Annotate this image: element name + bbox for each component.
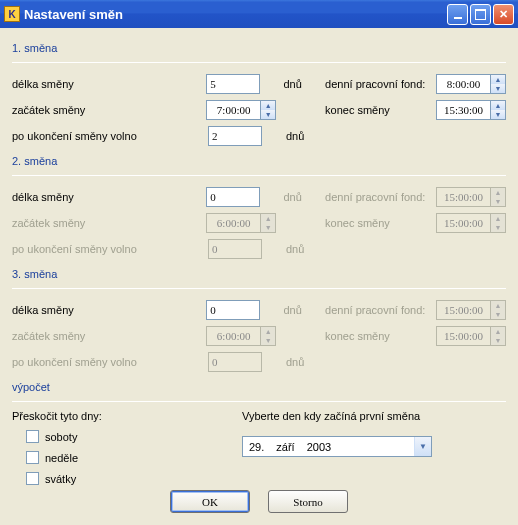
section-title-shift2: 2. směna: [12, 155, 506, 167]
unit-days: dnů: [286, 243, 328, 255]
unit-days: dnů: [286, 130, 328, 142]
label-shift-end: konec směny: [325, 217, 436, 229]
skip-days-label: Přeskočit tyto dny:: [12, 410, 222, 422]
checkbox-row-holidays[interactable]: svátky: [26, 472, 222, 485]
label-shift-length: délka směny: [12, 191, 206, 203]
maximize-button[interactable]: [470, 4, 491, 25]
label-daily-fund: denní pracovní fond:: [325, 78, 436, 90]
section-title-shift1: 1. směna: [12, 42, 506, 54]
chevron-down-icon[interactable]: [414, 437, 431, 456]
checkbox-saturdays[interactable]: [26, 430, 39, 443]
section-title-shift3: 3. směna: [12, 268, 506, 280]
shift1-off-input[interactable]: [208, 126, 262, 146]
label-shift-start: začátek směny: [12, 330, 206, 342]
spin-down-icon[interactable]: [491, 84, 505, 93]
shift2-start-spinner: [206, 213, 276, 233]
spin-up-icon: [491, 301, 505, 310]
spin-down-icon: [491, 223, 505, 232]
label-shift-start: začátek směny: [12, 104, 206, 116]
shift1-end-input[interactable]: [436, 100, 490, 120]
checkbox-sundays[interactable]: [26, 451, 39, 464]
label-after-off: po ukončení směny volno: [12, 130, 208, 142]
checkbox-holidays[interactable]: [26, 472, 39, 485]
shift1-start-input[interactable]: [206, 100, 260, 120]
date-month: září: [270, 441, 300, 453]
label-after-off: po ukončení směny volno: [12, 356, 208, 368]
shift3-fund-spinner: [436, 300, 506, 320]
spin-up-icon: [491, 214, 505, 223]
shift3-length-input[interactable]: [206, 300, 260, 320]
spin-up-icon: [261, 327, 275, 336]
spin-down-icon: [261, 336, 275, 345]
shift3-fund-input: [436, 300, 490, 320]
titlebar-buttons: [447, 4, 514, 25]
calc-left-column: Přeskočit tyto dny: soboty neděle svátky: [12, 410, 222, 493]
date-day: 29.: [243, 441, 270, 453]
spin-up-icon[interactable]: [491, 75, 505, 84]
spin-up-icon[interactable]: [491, 101, 505, 110]
cancel-button[interactable]: Storno: [268, 490, 348, 513]
shift2-end-input: [436, 213, 490, 233]
checkbox-label-holidays: svátky: [45, 473, 76, 485]
shift2-length-input[interactable]: [206, 187, 260, 207]
calc-right-column: Vyberte den kdy začíná první směna 29. z…: [242, 410, 506, 493]
close-button[interactable]: [493, 4, 514, 25]
shift2-fund-spinner: [436, 187, 506, 207]
label-shift-end: konec směny: [325, 104, 436, 116]
window-title: Nastavení směn: [24, 7, 447, 22]
ok-button[interactable]: OK: [170, 490, 250, 513]
checkbox-label-sundays: neděle: [45, 452, 78, 464]
spin-up-icon: [491, 327, 505, 336]
start-date-combo[interactable]: 29. září 2003: [242, 436, 432, 457]
shift2-fund-input: [436, 187, 490, 207]
row-shift1-length: délka směny dnů denní pracovní fond:: [12, 71, 506, 97]
shift3-off-input: [208, 352, 262, 372]
row-shift1-off: po ukončení směny volno dnů: [12, 123, 506, 149]
spin-up-icon: [261, 214, 275, 223]
unit-days: dnů: [283, 191, 325, 203]
shift1-length-input[interactable]: [206, 74, 260, 94]
row-shift1-start: začátek směny konec směny: [12, 97, 506, 123]
spin-down-icon[interactable]: [261, 110, 275, 119]
spin-down-icon[interactable]: [491, 110, 505, 119]
label-shift-end: konec směny: [325, 330, 436, 342]
date-year: 2003: [301, 441, 337, 453]
row-shift2-length: délka směny dnů denní pracovní fond:: [12, 184, 506, 210]
separator: [12, 288, 506, 289]
client-area: 1. směna délka směny dnů denní pracovní …: [0, 28, 518, 525]
checkbox-row-saturdays[interactable]: soboty: [26, 430, 222, 443]
checkbox-label-saturdays: soboty: [45, 431, 77, 443]
shift1-fund-spinner[interactable]: [436, 74, 506, 94]
spin-down-icon: [491, 336, 505, 345]
shift2-end-spinner: [436, 213, 506, 233]
dialog-buttons: OK Storno: [0, 490, 518, 513]
separator: [12, 401, 506, 402]
spin-down-icon: [491, 197, 505, 206]
shift1-fund-input[interactable]: [436, 74, 490, 94]
shift1-end-spinner[interactable]: [436, 100, 506, 120]
row-shift3-off: po ukončení směny volno dnů: [12, 349, 506, 375]
shift2-off-input: [208, 239, 262, 259]
minimize-button[interactable]: [447, 4, 468, 25]
label-after-off: po ukončení směny volno: [12, 243, 208, 255]
spin-down-icon: [261, 223, 275, 232]
shift3-start-spinner: [206, 326, 276, 346]
row-shift2-off: po ukončení směny volno dnů: [12, 236, 506, 262]
spin-up-icon[interactable]: [261, 101, 275, 110]
label-daily-fund: denní pracovní fond:: [325, 304, 436, 316]
label-shift-length: délka směny: [12, 304, 206, 316]
label-shift-length: délka směny: [12, 78, 206, 90]
label-daily-fund: denní pracovní fond:: [325, 191, 436, 203]
shift3-end-input: [436, 326, 490, 346]
checkbox-row-sundays[interactable]: neděle: [26, 451, 222, 464]
row-shift2-start: začátek směny konec směny: [12, 210, 506, 236]
label-shift-start: začátek směny: [12, 217, 206, 229]
titlebar[interactable]: K Nastavení směn: [0, 0, 518, 28]
spin-down-icon: [491, 310, 505, 319]
spin-up-icon: [491, 188, 505, 197]
shift1-start-spinner[interactable]: [206, 100, 276, 120]
shift2-start-input: [206, 213, 260, 233]
unit-days: dnů: [286, 356, 328, 368]
app-icon: K: [4, 6, 20, 22]
separator: [12, 175, 506, 176]
